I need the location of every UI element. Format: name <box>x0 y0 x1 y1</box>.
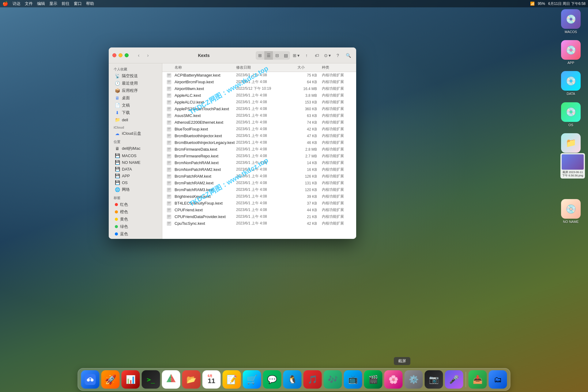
sidebar-downloads[interactable]: ⬇ 下载 <box>110 109 161 116</box>
sidebar-network[interactable]: 🌐 网络 <box>110 186 161 193</box>
file-row[interactable]: ACPIBatteryManager.kext 2023/6/1 上午 4:08… <box>162 72 356 79</box>
dock-screenshot[interactable]: 📷 <box>425 370 443 389</box>
sidebar-macos[interactable]: 💾 MACOS <box>110 152 161 159</box>
dock-filezilla[interactable]: 📂 <box>182 370 201 389</box>
sidebar-app[interactable]: 💾 APP <box>110 172 161 179</box>
sidebar-tag-orange[interactable]: 橙色 <box>110 208 161 216</box>
menu-help[interactable]: 帮助 <box>86 1 94 6</box>
sidebar-recents[interactable]: 🕐 最近使用 <box>110 80 161 87</box>
menu-go[interactable]: 前往 <box>62 1 70 6</box>
desktop-icon-macos[interactable]: 💿 MACOS <box>559 9 583 34</box>
sidebar-dell[interactable]: 📁 dell <box>110 116 161 123</box>
sidebar-airdrop[interactable]: 📡 隔空投送 <box>110 72 161 80</box>
file-row[interactable]: BrcmFirmwareData.kext 2023/6/1 上午 4:08 2… <box>162 146 356 153</box>
tag-button[interactable]: 🏷 <box>313 51 321 60</box>
dock-petal[interactable]: 🌸 <box>384 370 403 389</box>
file-row[interactable]: AirportItlwm.kext 2022/5/12 下午 10:19 16.… <box>162 85 356 92</box>
dock-notes[interactable]: 📝 <box>223 370 241 389</box>
dock-migrate[interactable]: 📥 <box>469 370 487 389</box>
dock-qq[interactable]: 🐧 <box>283 370 302 389</box>
sidebar-tag-blue[interactable]: 蓝色 <box>110 230 161 238</box>
dock-tencent-video[interactable]: 📺 <box>344 370 362 389</box>
dock-chrome[interactable] <box>162 370 180 389</box>
arrange-button[interactable]: ⊞ ▾ <box>292 51 300 60</box>
list-view-button[interactable]: ☰ <box>264 51 273 60</box>
dock-siri[interactable]: 🎤 <box>445 370 463 389</box>
sidebar-applications[interactable]: 📦 应用程序 <box>110 87 161 94</box>
file-icon <box>166 167 172 173</box>
dock-calendar[interactable]: 6月11 <box>202 370 221 389</box>
maximize-button[interactable] <box>125 53 129 57</box>
sidebar-tag-purple[interactable]: 紫色 <box>110 238 161 239</box>
screenshot-button[interactable]: 截屏 <box>394 357 410 365</box>
file-row[interactable]: BrightnessKeys.kext 2023/6/1 上午 4:08 39 … <box>162 193 356 200</box>
file-row[interactable]: BT4LEContinuityFixup.kext 2023/6/1 上午 4:… <box>162 200 356 207</box>
file-row[interactable]: BlueToolFixup.kext 2023/6/1 上午 4:08 42 K… <box>162 126 356 133</box>
gallery-view-button[interactable]: ▤ <box>281 51 290 60</box>
sidebar-os[interactable]: 💾 OS <box>110 179 161 186</box>
menu-file[interactable]: 文件 <box>25 1 33 6</box>
file-row[interactable]: BrcmPatchRAM.kext 2023/6/1 上午 4:08 126 K… <box>162 173 356 180</box>
sidebar-tag-green[interactable]: 绿色 <box>110 223 161 230</box>
dock-wechat[interactable]: 💬 <box>263 370 281 389</box>
back-button[interactable]: ‹ <box>135 51 143 59</box>
desktop-icon-data[interactable]: 💿 DATA <box>559 71 583 96</box>
file-row[interactable]: CPUFriend.kext 2023/6/1 上午 4:08 44 KB 内核… <box>162 207 356 213</box>
file-row[interactable]: BrcmPatchRAM3.kext 2023/6/1 上午 4:08 120 … <box>162 187 356 193</box>
dock-launchpad[interactable]: 🚀 <box>101 370 120 389</box>
file-row[interactable]: BrcmBluetoothInjector.kext 2023/6/1 上午 4… <box>162 133 356 139</box>
dock-netease-music[interactable]: 🎵 <box>303 370 322 389</box>
file-row[interactable]: AtherosE2200Ethernet.kext 2023/6/1 上午 4:… <box>162 119 356 126</box>
sidebar-noname[interactable]: 💾 NO NAME <box>110 159 161 166</box>
menu-edit[interactable]: 编辑 <box>37 1 45 6</box>
file-row[interactable]: AppleALCU.kext 2023/6/1 上午 4:08 153 KB 内… <box>162 99 356 106</box>
sidebar-tag-red[interactable]: 红色 <box>110 201 161 208</box>
file-size: 42 KB <box>297 221 322 226</box>
sidebar-desktop[interactable]: 🖥 桌面 <box>110 94 161 102</box>
menubar-wifi: 📶 <box>530 2 535 6</box>
file-row[interactable]: CPUFriendDataProvider.kext 2023/6/1 上午 4… <box>162 213 356 220</box>
file-row[interactable]: BrcmBluetoothInjectorLegacy.kext 2023/6/… <box>162 139 356 146</box>
share-button[interactable]: ↑ <box>302 51 311 60</box>
file-row[interactable]: ApplePS2SmartTouchPad.kext 2023/6/1 上午 4… <box>162 106 356 112</box>
desktop-icon-app[interactable]: 💿 APP <box>559 40 583 65</box>
file-row[interactable]: BrcmFirmwareRepo.kext 2023/6/1 上午 4:08 2… <box>162 153 356 160</box>
search-button[interactable]: 🔍 <box>344 51 352 60</box>
sidebar-icloud-drive[interactable]: ☁ iCloud云盘 <box>110 130 161 137</box>
menu-window[interactable]: 窗口 <box>74 1 82 6</box>
more-button[interactable]: ⊙ ▾ <box>323 51 332 60</box>
desktop-icon-noname[interactable]: 💿 NO NAME <box>559 199 583 224</box>
forward-button[interactable]: › <box>144 51 152 59</box>
sidebar-documents[interactable]: 📄 文稿 <box>110 102 161 109</box>
file-row[interactable]: BrcmNonPatchRAM2.kext 2023/6/1 上午 4:08 1… <box>162 166 356 173</box>
sidebar-data[interactable]: 💾 DATA <box>110 166 161 172</box>
sidebar-tag-yellow[interactable]: 黄色 <box>110 216 161 223</box>
help-button[interactable]: ? <box>334 51 342 60</box>
dock-terminal[interactable]: >_ <box>142 370 160 389</box>
dock-finder-2[interactable]: 🗂 <box>489 370 507 389</box>
file-row[interactable]: AirportBrcmFixup.kext 2023/6/1 上午 4:08 6… <box>162 79 356 85</box>
dock-activity-monitor[interactable]: 📊 <box>122 370 140 389</box>
screenshot-thumbnail[interactable]: 截屏 2023-06-11 下午 6.56.56.png <box>560 153 585 179</box>
file-kind: 内核功能扩展 <box>322 126 352 132</box>
dock-iqiyi[interactable]: 🎬 <box>364 370 383 389</box>
file-row[interactable]: BrcmNonPatchRAM.kext 2023/6/1 上午 4:08 14… <box>162 160 356 166</box>
menu-view[interactable]: 显示 <box>49 1 57 6</box>
file-row[interactable]: BrcmPatchRAM2.kext 2023/6/1 上午 4:08 131 … <box>162 180 356 187</box>
column-view-button[interactable]: ⊟ <box>273 51 281 60</box>
menu-finder[interactable]: 访达 <box>13 1 21 6</box>
dock-system-preferences[interactable]: ⚙️ <box>405 370 423 389</box>
apple-menu[interactable]: 🍎 <box>2 1 8 6</box>
icon-view-button[interactable]: ⊞ <box>256 51 264 60</box>
dock-qq-music[interactable]: 🎶 <box>324 370 342 389</box>
file-row[interactable]: CpuTscSync.kext 2023/6/1 上午 4:08 42 KB 内… <box>162 220 356 227</box>
dock-appstore[interactable]: 🛒 <box>243 370 261 389</box>
sidebar-dell-imac[interactable]: 🖥 dell的iMac <box>110 145 161 152</box>
file-row[interactable]: AsusSMC.kext 2023/6/1 上午 4:08 63 KB 内核功能… <box>162 112 356 119</box>
minimize-button[interactable] <box>119 53 123 57</box>
file-row[interactable]: AppleALC.kext 2023/6/1 上午 4:08 3.8 MB 内核… <box>162 92 356 99</box>
dock-finder[interactable] <box>81 370 100 389</box>
close-button[interactable] <box>112 53 116 57</box>
desktop-icon-os[interactable]: 💿 OS <box>559 102 583 127</box>
file-date: 2023/6/1 上午 4:08 <box>236 194 297 199</box>
